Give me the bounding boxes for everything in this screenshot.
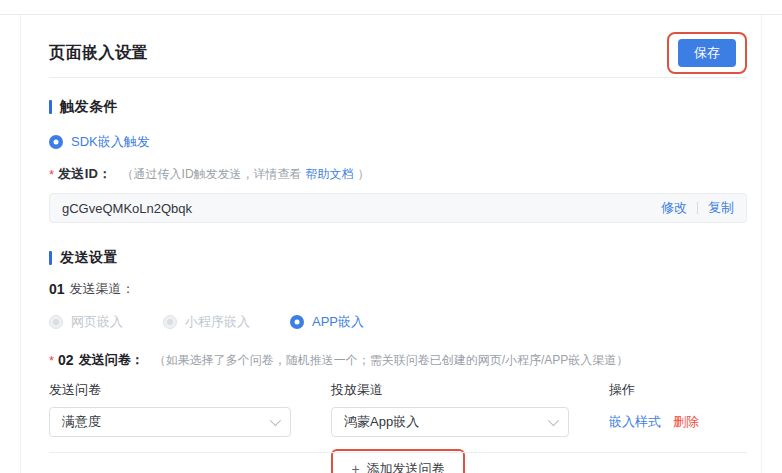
send-id-value: gCGveQMKoLn2Qbqk	[62, 201, 661, 216]
column-header-actions: 操作	[609, 381, 747, 399]
radio-web-embed: 网页嵌入	[49, 313, 123, 331]
radio-disabled-icon	[163, 315, 177, 329]
send-id-hint-prefix: （通过传入ID触发发送，详情查看	[122, 167, 302, 181]
send-id-label-row: * 发送ID： （通过传入ID触发发送，详情查看帮助文档）	[49, 165, 747, 183]
channel-radio-group: 网页嵌入 小程序嵌入 APP嵌入	[49, 313, 747, 331]
add-questionnaire-label: 添加发送问卷	[367, 460, 445, 473]
row-actions: 嵌入样式 删除	[609, 413, 747, 431]
trigger-section-heading: 触发条件	[49, 98, 747, 116]
send-id-actions: 修改 复制	[661, 199, 734, 217]
radio-app-label: APP嵌入	[312, 313, 364, 331]
embed-style-link[interactable]: 嵌入样式	[609, 413, 661, 431]
radio-sdk-label: SDK嵌入触发	[71, 133, 150, 151]
page-title: 页面嵌入设置	[49, 43, 148, 64]
column-header-channel: 投放渠道	[331, 381, 569, 399]
send-id-hint: （通过传入ID触发发送，详情查看帮助文档）	[122, 166, 370, 183]
radio-app-embed[interactable]: APP嵌入	[290, 313, 364, 331]
radio-selected-icon	[290, 315, 304, 329]
radio-selected-icon	[49, 135, 63, 149]
questionnaire-hint: （如果选择了多个问卷，随机推送一个；需关联问卷已创建的网页/小程序/APP嵌入渠…	[154, 352, 629, 369]
questionnaire-label-row: * 02 发送问卷： （如果选择了多个问卷，随机推送一个；需关联问卷已创建的网页…	[49, 351, 747, 369]
questionnaire-select[interactable]: 满意度	[49, 407, 291, 437]
radio-sdk-embed-trigger[interactable]: SDK嵌入触发	[49, 133, 150, 151]
chevron-down-icon	[548, 415, 559, 426]
radio-miniprogram-embed: 小程序嵌入	[163, 313, 250, 331]
required-asterisk: *	[49, 167, 54, 182]
questionnaire-label: 发送问卷：	[79, 351, 144, 369]
send-heading-label: 发送设置	[60, 249, 118, 267]
trigger-heading-label: 触发条件	[60, 98, 118, 116]
send-id-label: 发送ID：	[58, 165, 112, 183]
send-id-hint-suffix: ）	[358, 167, 370, 181]
send-id-field: gCGveQMKoLn2Qbqk 修改 复制	[49, 193, 747, 223]
modify-link[interactable]: 修改	[661, 199, 687, 217]
column-header-questionnaire: 发送问卷	[49, 381, 291, 399]
bottom-divider	[49, 452, 747, 453]
table-header-row: 发送问卷 投放渠道 操作	[49, 381, 747, 399]
chevron-down-icon	[270, 415, 281, 426]
channel-select[interactable]: 鸿蒙App嵌入	[331, 407, 569, 437]
vertical-divider	[697, 202, 698, 214]
trigger-radio-group: SDK嵌入触发	[49, 133, 747, 151]
radio-miniprogram-label: 小程序嵌入	[185, 313, 250, 331]
required-asterisk: *	[49, 353, 54, 368]
header-divider	[49, 77, 747, 78]
channel-label-row: 01 发送渠道：	[49, 280, 747, 298]
channel-select-value: 鸿蒙App嵌入	[344, 413, 548, 431]
accent-bar-icon	[49, 100, 52, 114]
save-button[interactable]: 保存	[678, 39, 736, 67]
step-number: 02	[58, 352, 74, 368]
plus-icon: +	[351, 462, 359, 473]
radio-disabled-icon	[49, 315, 63, 329]
help-doc-link[interactable]: 帮助文档	[306, 167, 354, 181]
copy-link[interactable]: 复制	[708, 199, 734, 217]
delete-link[interactable]: 删除	[673, 413, 699, 431]
send-section-heading: 发送设置	[49, 249, 747, 267]
page-header: 页面嵌入设置 保存	[49, 15, 747, 77]
accent-bar-icon	[49, 251, 52, 265]
radio-web-label: 网页嵌入	[71, 313, 123, 331]
channel-label: 发送渠道：	[70, 280, 135, 298]
step-number: 01	[49, 281, 65, 297]
add-questionnaire-button[interactable]: + 添加发送问卷	[335, 453, 460, 473]
questionnaire-select-value: 满意度	[62, 413, 270, 431]
settings-card: 页面嵌入设置 保存 触发条件 SDK嵌入触发 * 发送ID： （通过传入ID触发…	[20, 15, 762, 473]
save-highlight-annotation: 保存	[667, 32, 747, 74]
table-row: 满意度 鸿蒙App嵌入 嵌入样式 删除	[49, 407, 747, 437]
